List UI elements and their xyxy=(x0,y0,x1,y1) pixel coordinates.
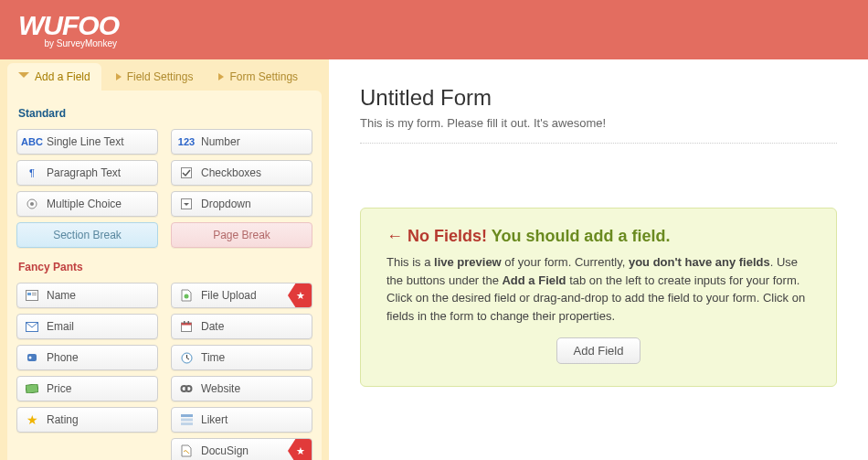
field-label: Section Break xyxy=(53,229,122,241)
field-label: DocuSign xyxy=(201,444,249,457)
svg-rect-21 xyxy=(181,419,193,422)
field-label: Phone xyxy=(47,351,79,364)
svg-rect-22 xyxy=(181,423,193,425)
field-label: Date xyxy=(201,320,224,333)
section-fancy-label: Fancy Pants xyxy=(18,261,312,273)
svg-point-2 xyxy=(30,202,34,206)
svg-rect-11 xyxy=(182,323,192,326)
sidebar: Add a Field Field Settings Form Settings… xyxy=(0,59,329,460)
field-likert[interactable]: Likert xyxy=(171,407,312,433)
notice-heading: ← No Fields! You should add a field. xyxy=(386,227,810,246)
logo-sub: by SurveyMonkey xyxy=(18,39,119,48)
field-label: Name xyxy=(47,289,76,302)
triangle-right-icon xyxy=(116,73,122,80)
field-page-break[interactable]: Page Break xyxy=(171,222,312,248)
arrow-left-icon: ← xyxy=(386,227,403,245)
tab-form-settings[interactable]: Form Settings xyxy=(207,63,309,91)
email-icon xyxy=(25,319,39,334)
field-label: Rating xyxy=(47,413,79,426)
field-dropdown[interactable]: Dropdown xyxy=(171,191,312,217)
svg-rect-6 xyxy=(32,293,37,294)
abc-icon: ABC xyxy=(25,134,39,149)
field-docusign[interactable]: DocuSign ★ xyxy=(171,438,312,460)
name-icon xyxy=(25,288,39,303)
form-title: Untitled Form xyxy=(360,85,837,111)
tab-field-settings[interactable]: Field Settings xyxy=(105,63,205,91)
svg-rect-7 xyxy=(32,294,37,295)
triangle-down-icon xyxy=(18,72,29,81)
app-header: WUFOO by SurveyMonkey xyxy=(0,0,868,59)
tab-label: Form Settings xyxy=(229,70,298,83)
field-label: Price xyxy=(47,382,71,395)
fancy-fields-grid: Name File Upload ★ Email xyxy=(16,283,312,460)
tab-add-field[interactable]: Add a Field xyxy=(7,63,101,91)
svg-rect-12 xyxy=(184,321,185,324)
field-paragraph-text[interactable]: ¶ Paragraph Text xyxy=(16,160,158,186)
rating-icon: ★ xyxy=(25,412,39,427)
field-checkboxes[interactable]: Checkboxes xyxy=(171,160,312,186)
empty-form-notice: ← No Fields! You should add a field. Thi… xyxy=(360,208,837,387)
logo-main: WUFOO xyxy=(18,12,119,39)
divider xyxy=(360,143,837,144)
checkbox-icon xyxy=(179,166,194,180)
field-number[interactable]: 123 Number xyxy=(171,129,312,155)
svg-rect-17 xyxy=(26,384,38,393)
paragraph-icon: ¶ xyxy=(25,166,39,180)
field-section-break[interactable]: Section Break xyxy=(16,222,158,248)
field-label: Dropdown xyxy=(201,198,251,210)
date-icon xyxy=(179,319,194,334)
phone-icon xyxy=(25,350,39,365)
price-icon xyxy=(25,381,39,396)
field-label: Single Line Text xyxy=(47,135,124,148)
svg-rect-5 xyxy=(27,293,31,295)
sidebar-panel: Standard ABC Single Line Text 123 Number… xyxy=(7,91,322,460)
field-label: Page Break xyxy=(213,229,270,241)
field-label: Likert xyxy=(201,413,228,426)
field-label: Email xyxy=(47,320,74,333)
triangle-right-icon xyxy=(218,73,224,80)
field-website[interactable]: Website xyxy=(171,376,312,401)
field-single-line-text[interactable]: ABC Single Line Text xyxy=(16,129,158,155)
file-upload-icon xyxy=(179,288,194,303)
section-standard-label: Standard xyxy=(18,107,312,120)
field-label: File Upload xyxy=(201,289,257,302)
sidebar-tabs: Add a Field Field Settings Form Settings xyxy=(7,59,322,91)
field-name[interactable]: Name xyxy=(16,283,158,308)
dropdown-icon xyxy=(179,197,194,211)
field-date[interactable]: Date xyxy=(171,314,312,339)
field-label: Time xyxy=(201,351,225,364)
notice-shouldadd: You should add a field. xyxy=(492,227,671,245)
field-file-upload[interactable]: File Upload ★ xyxy=(171,283,312,308)
radio-icon xyxy=(25,197,39,211)
star-ribbon-icon: ★ xyxy=(288,283,312,307)
notice-nofields: No Fields! xyxy=(408,227,487,245)
field-phone[interactable]: Phone xyxy=(16,345,158,370)
notice-body: This is a live preview of your form. Cur… xyxy=(386,253,810,325)
field-multiple-choice[interactable]: Multiple Choice xyxy=(16,191,158,217)
main-area: Add a Field Field Settings Form Settings… xyxy=(0,59,868,460)
star-ribbon-icon: ★ xyxy=(288,439,312,460)
likert-icon xyxy=(179,412,194,427)
tab-label: Add a Field xyxy=(35,70,90,83)
logo: WUFOO by SurveyMonkey xyxy=(18,12,119,48)
time-icon xyxy=(179,350,194,365)
field-label: Website xyxy=(201,382,240,395)
field-email[interactable]: Email xyxy=(16,314,158,339)
svg-point-8 xyxy=(185,294,189,299)
field-price[interactable]: Price xyxy=(16,376,158,401)
field-time[interactable]: Time xyxy=(171,345,312,370)
svg-rect-20 xyxy=(181,414,193,417)
svg-rect-13 xyxy=(188,321,190,324)
field-rating[interactable]: ★ Rating xyxy=(16,407,158,433)
standard-fields-grid: ABC Single Line Text 123 Number ¶ Paragr… xyxy=(16,129,312,248)
website-icon xyxy=(179,381,194,396)
field-label: Number xyxy=(201,135,240,148)
tab-label: Field Settings xyxy=(127,70,194,83)
field-label: Multiple Choice xyxy=(47,198,122,210)
form-description: This is my form. Please fill it out. It'… xyxy=(360,116,837,130)
field-label: Paragraph Text xyxy=(47,166,121,179)
form-preview: Untitled Form This is my form. Please fi… xyxy=(329,59,868,460)
svg-point-15 xyxy=(29,357,32,359)
add-field-button[interactable]: Add Field xyxy=(556,337,641,364)
svg-point-19 xyxy=(186,386,192,391)
